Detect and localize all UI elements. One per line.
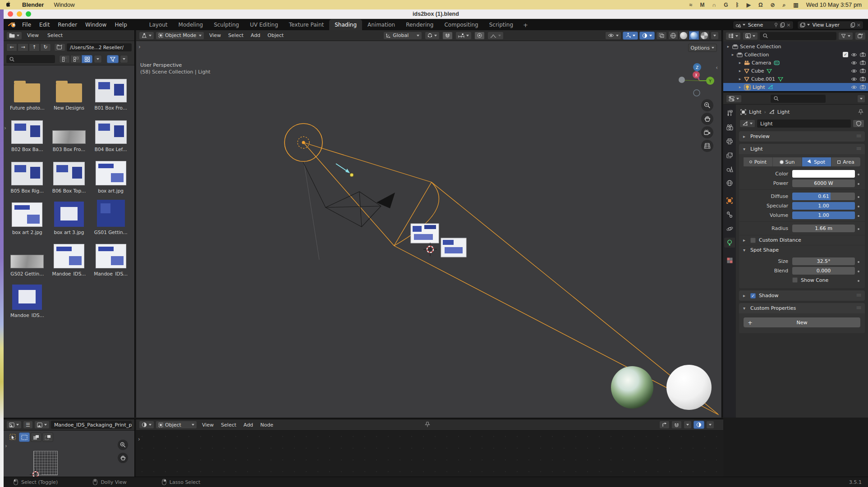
file-item-b06-box-top[interactable]: B06 Box Top... [48, 154, 90, 193]
editor-type-button[interactable] [139, 32, 154, 40]
menubar-status-grammarly-icon[interactable]: G [724, 2, 728, 8]
navigation-gizmo[interactable]: Z X Y [679, 63, 714, 96]
node-editor-menu-1[interactable]: Select [217, 421, 240, 429]
outliner-row-collection[interactable]: ▸ Collection ✓ [723, 51, 868, 59]
tab-tool[interactable] [724, 108, 735, 118]
disable-render-toggle[interactable] [860, 69, 866, 73]
workspace-tab-layout[interactable]: Layout [144, 19, 173, 30]
outliner-row-cube-001[interactable]: ▸ Cube.001 ✓ [723, 75, 868, 83]
blender-logo-icon[interactable] [8, 22, 16, 28]
transform-orientation-dropdown[interactable]: Global [383, 32, 422, 40]
light-type-spot[interactable]: Spot [802, 157, 831, 166]
filter-settings-dropdown[interactable] [120, 55, 128, 63]
animate-dot[interactable] [855, 258, 862, 264]
remove-view-layer-icon[interactable]: × [857, 22, 861, 28]
workspace-tab-texture-paint[interactable]: Texture Paint [284, 19, 329, 30]
file-item-gs01-gettin[interactable]: GS01 Gettin... [90, 195, 132, 235]
viewport-3d[interactable]: Object Mode ViewSelectAddObject Global [136, 30, 722, 418]
viewport-menu-0[interactable]: View [206, 32, 225, 39]
display-thumbnails-button[interactable] [82, 55, 92, 63]
specular-slider[interactable]: 1.00 [792, 202, 855, 210]
topbar-menu-0[interactable]: File [18, 20, 35, 29]
outliner-row-light[interactable]: ▸ Light ✓ [723, 83, 868, 91]
viewport-menu-2[interactable]: Add [247, 32, 264, 39]
panel-drag-grip[interactable]: ⠿⠿ [856, 147, 861, 151]
editor-type-button[interactable] [726, 32, 741, 40]
disclosure-arrow[interactable]: ▸ [738, 69, 742, 73]
file-browser-select-menu[interactable]: Select [44, 32, 66, 39]
tab-view-layer[interactable] [724, 150, 735, 160]
shading-wireframe-button[interactable] [668, 31, 678, 40]
topbar-menu-4[interactable]: Help [110, 20, 131, 29]
overlays-settings-dropdown[interactable] [706, 421, 714, 429]
hide-eye-toggle[interactable] [851, 53, 857, 57]
overlays-toggle[interactable] [693, 421, 704, 429]
pan-hand-button[interactable] [118, 453, 128, 463]
hide-eye-toggle[interactable] [851, 77, 857, 81]
file-item-mandoe-ids[interactable]: Mandoe_IDS... [6, 278, 48, 318]
object-visibility-dropdown[interactable] [605, 32, 621, 40]
menubar-status-play-circle-icon[interactable]: ▶ [747, 2, 751, 8]
tab-texture[interactable] [724, 255, 735, 265]
image-name-field[interactable]: Mandoe_IDS_Packaging_Print_page [51, 421, 132, 429]
pin-icon[interactable] [425, 422, 430, 427]
tab-output[interactable] [724, 136, 735, 146]
breadcrumb-object[interactable]: Light [749, 109, 761, 115]
panel-drag-grip[interactable]: ⠿⠿ [856, 134, 861, 138]
menubar-clock[interactable]: Wed 10 May 3:57 pm [806, 1, 862, 8]
light-panel-header[interactable]: ▾ Light ⠿⠿ [739, 144, 865, 154]
mode-dropdown[interactable]: Object Mode [156, 32, 204, 40]
hide-eye-toggle[interactable] [851, 61, 857, 65]
snap-settings-dropdown[interactable] [684, 421, 692, 429]
new-view-layer-icon[interactable] [850, 23, 855, 28]
tab-object-data[interactable] [724, 238, 735, 248]
menubar-status-wifi-off-icon[interactable]: ⊘ [771, 2, 775, 8]
options-dropdown[interactable]: Options [688, 44, 717, 52]
file-item-b02-box-ba[interactable]: B02 Box Ba... [6, 112, 48, 152]
file-item-future-photo[interactable]: Future photo... [6, 71, 48, 110]
file-item-gs02-gettin[interactable]: GS02 Gettin... [6, 237, 48, 276]
disclosure-arrow[interactable]: ▸ [730, 52, 735, 57]
node-editor-menu-3[interactable]: Node [257, 421, 277, 429]
image-editor-menu-button[interactable]: ☰ [23, 421, 33, 429]
spot-shape-subpanel-header[interactable]: ▾ Spot Shape [739, 245, 865, 255]
shading-material-preview-button[interactable] [689, 31, 699, 40]
menubar-status-bluetooth-icon[interactable]: ᛒ [735, 2, 739, 8]
outliner-row-camera[interactable]: ▸ Camera ✓ [723, 59, 868, 67]
node-editor-menu-2[interactable]: Add [240, 421, 257, 429]
shadow-panel-header[interactable]: ▸ ✓ Shadow ⠿⠿ [739, 290, 865, 301]
fake-user-shield-button[interactable] [853, 119, 864, 128]
pivot-point-dropdown[interactable] [425, 32, 440, 40]
file-item-new-designs[interactable]: New Designs [48, 71, 90, 110]
light-type-sun[interactable]: Sun [773, 157, 802, 166]
menubar-status-control-center-icon[interactable]: ▥ [793, 2, 798, 8]
file-browser-sidebar-expander[interactable]: › [4, 125, 6, 131]
toolbar-expander[interactable]: › [138, 436, 140, 442]
properties-options-dropdown[interactable] [857, 95, 865, 103]
animate-dot[interactable] [855, 193, 862, 199]
disclosure-arrow[interactable]: ▸ [738, 60, 742, 65]
pin-icon[interactable] [774, 23, 778, 28]
workspace-tab-shading[interactable]: Shading [329, 19, 362, 30]
sidebar-expander[interactable]: ‹ [716, 64, 718, 71]
pin-id-icon[interactable] [858, 109, 863, 115]
shading-solid-button[interactable] [679, 31, 689, 40]
create-directory-button[interactable] [54, 43, 65, 51]
back-button[interactable]: ← [6, 43, 17, 51]
volume-slider[interactable]: 1.00 [792, 211, 855, 219]
new-scene-icon[interactable] [780, 23, 785, 28]
zoom-button[interactable] [118, 440, 128, 450]
menubar-status-arc-browser-icon[interactable]: ∩ [712, 2, 716, 8]
menubar-app-name[interactable]: Blender [22, 1, 44, 8]
display-settings-dropdown[interactable] [94, 55, 102, 63]
breadcrumb-data[interactable]: Light [777, 109, 790, 115]
disable-render-toggle[interactable] [860, 85, 866, 89]
proportional-falloff-dropdown[interactable] [487, 32, 504, 40]
forward-button[interactable]: → [18, 43, 28, 51]
radius-field[interactable]: 1.66 m [792, 225, 855, 232]
scene-canvas[interactable]: Z X Y [136, 30, 722, 418]
custom-distance-subpanel-header[interactable]: ▸ Custom Distance [739, 235, 865, 245]
workspace-tab-compositing[interactable]: Compositing [439, 19, 483, 30]
orthographic-toggle-button[interactable] [701, 140, 713, 152]
maximize-window-button[interactable] [26, 11, 31, 17]
